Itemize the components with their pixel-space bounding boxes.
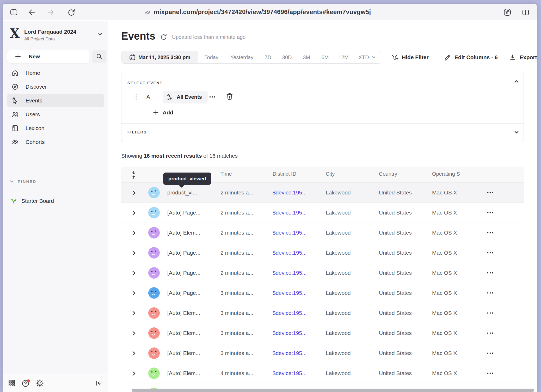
- row-actions-icon[interactable]: [486, 190, 494, 195]
- project-chevron-down-icon[interactable]: [97, 31, 103, 37]
- table-row[interactable]: [Auto] Page... 2 minutes a... $device:19…: [121, 203, 524, 223]
- event-name: [Auto] Elem...: [167, 370, 200, 376]
- expand-row-chevron-icon[interactable]: [132, 250, 136, 256]
- export-button[interactable]: Export: [509, 51, 537, 64]
- distinct-id-link[interactable]: $device:195...: [273, 370, 307, 376]
- sidebar-item-home[interactable]: Home: [7, 66, 104, 79]
- row-actions-icon[interactable]: [486, 290, 494, 296]
- collapse-rows-icon[interactable]: [131, 171, 136, 179]
- table-row[interactable]: [Auto] Elem... 3 minutes a... $device:19…: [121, 343, 524, 363]
- row-actions-icon[interactable]: [486, 270, 494, 275]
- event-country: United States: [379, 290, 412, 296]
- sidebar-item-discover[interactable]: Discover: [7, 80, 104, 93]
- distinct-id-link[interactable]: $device:195...: [273, 250, 307, 256]
- distinct-id-link[interactable]: $device:195...: [273, 290, 307, 296]
- expand-row-chevron-icon[interactable]: [132, 351, 136, 356]
- column-header-time[interactable]: Time: [220, 171, 232, 177]
- distinct-id-link[interactable]: $device:195...: [273, 230, 307, 236]
- delete-event-trash-icon[interactable]: [226, 93, 233, 101]
- sidebar-search-button[interactable]: [92, 50, 106, 63]
- reload-icon[interactable]: [67, 8, 76, 17]
- table-row[interactable]: [Auto] Page... 2 minutes a... $device:19…: [121, 243, 524, 263]
- table-row[interactable]: [Auto] Page... 2 minutes a... $device:19…: [121, 263, 524, 283]
- row-actions-icon[interactable]: [486, 371, 494, 376]
- table-row[interactable]: [Auto] Elem... 4 minutes a... $device:19…: [121, 363, 524, 383]
- expand-row-chevron-icon[interactable]: [132, 210, 136, 216]
- table-row[interactable]: [Auto] Elem... 2 minutes a... $device:19…: [121, 223, 524, 243]
- date-picker-button[interactable]: Mar 11, 2025 3:30 pm: [121, 51, 198, 63]
- distinct-id-link[interactable]: $device:195...: [273, 350, 307, 356]
- table-row[interactable]: [Auto] Elem... 3 minutes a... $device:19…: [121, 323, 524, 343]
- collapse-sidebar-icon[interactable]: [94, 378, 104, 388]
- expand-row-chevron-icon[interactable]: [132, 290, 136, 296]
- event-row-more-icon[interactable]: [208, 94, 216, 100]
- range-6m[interactable]: 6M: [316, 51, 334, 63]
- pinned-section-header[interactable]: PINNED: [9, 179, 36, 184]
- distinct-id-link[interactable]: $device:195...: [273, 330, 307, 336]
- expand-row-chevron-icon[interactable]: [132, 190, 136, 196]
- range-3m[interactable]: 3M: [297, 51, 316, 63]
- range-today[interactable]: Today: [198, 51, 225, 63]
- home-icon: [11, 69, 19, 77]
- row-actions-icon[interactable]: [486, 230, 494, 235]
- column-header-distinct-id[interactable]: Distinct ID: [273, 171, 296, 177]
- sidebar-item-users[interactable]: Users: [7, 108, 104, 121]
- event-selector-pill[interactable]: All Events: [163, 91, 208, 103]
- expand-row-chevron-icon[interactable]: [132, 330, 136, 336]
- toggle-sidebar-icon[interactable]: [9, 8, 18, 17]
- table-row[interactable]: [Auto] Elem... 3 minutes a... $device:19…: [121, 303, 524, 323]
- collapse-section-chevron-up-icon[interactable]: [514, 79, 519, 84]
- distinct-id-link[interactable]: $device:195...: [273, 310, 307, 316]
- row-actions-icon[interactable]: [486, 250, 494, 255]
- add-event-button[interactable]: Add: [153, 109, 173, 116]
- event-country: United States: [379, 350, 412, 356]
- expand-row-chevron-icon[interactable]: [132, 371, 136, 376]
- range-7d[interactable]: 7D: [259, 51, 277, 63]
- range-30d[interactable]: 30D: [277, 51, 297, 63]
- distinct-id-link[interactable]: $device:195...: [273, 189, 307, 196]
- sidebar-item-lexicon[interactable]: Lexicon: [7, 121, 104, 135]
- row-actions-icon[interactable]: [486, 330, 494, 336]
- event-country: United States: [379, 330, 412, 336]
- sidebar-item-cohorts[interactable]: Cohorts: [7, 135, 104, 149]
- split-view-icon[interactable]: [521, 8, 530, 17]
- edit-columns-button[interactable]: Edit Columns · 6: [444, 51, 498, 64]
- range-yesterday[interactable]: Yesterday: [225, 51, 259, 63]
- settings-gear-icon[interactable]: [35, 378, 45, 388]
- browser-toolbar: mixpanel.com/project/3472420/view/397469…: [3, 4, 537, 20]
- forward-icon[interactable]: [46, 8, 55, 17]
- expand-row-chevron-icon[interactable]: [132, 230, 136, 236]
- row-actions-icon[interactable]: [486, 310, 494, 316]
- sidebar-item-starter-board[interactable]: Starter Board: [7, 195, 104, 207]
- expand-row-chevron-icon[interactable]: [132, 270, 136, 276]
- search-icon: [96, 53, 103, 60]
- column-header-country[interactable]: Country: [379, 171, 397, 177]
- drag-handle-icon[interactable]: [134, 93, 138, 101]
- distinct-id-link[interactable]: $device:195...: [273, 270, 307, 276]
- url-bar[interactable]: mixpanel.com/project/3472420/view/397469…: [143, 4, 371, 20]
- distinct-id-link[interactable]: $device:195...: [273, 210, 307, 216]
- hide-filter-button[interactable]: Hide Filter: [391, 51, 429, 64]
- back-icon[interactable]: [27, 8, 36, 17]
- card-divider: [121, 123, 524, 124]
- range-xtd[interactable]: XTD: [353, 51, 381, 63]
- plus-icon: [15, 53, 21, 60]
- browser-settings-icon[interactable]: [503, 8, 512, 17]
- event-city: Lakewood: [326, 210, 351, 216]
- table-row[interactable]: [Auto] Page... 3 minutes a... $device:19…: [121, 283, 524, 303]
- column-header-city[interactable]: City: [326, 171, 335, 177]
- sidebar-item-events[interactable]: Events: [7, 94, 104, 107]
- horizontal-scrollbar[interactable]: [132, 389, 534, 392]
- row-actions-icon[interactable]: [486, 351, 494, 356]
- refresh-icon[interactable]: [160, 33, 167, 40]
- project-name[interactable]: Lord Farquaad 2024: [24, 29, 76, 35]
- new-button[interactable]: New: [7, 50, 89, 63]
- expand-filters-chevron-down-icon[interactable]: [514, 129, 519, 135]
- event-time: 3 minutes a...: [220, 350, 253, 356]
- row-actions-icon[interactable]: [486, 210, 494, 215]
- apps-grid-icon[interactable]: [7, 378, 17, 388]
- help-icon[interactable]: [21, 378, 31, 388]
- range-12m[interactable]: 12M: [334, 51, 353, 63]
- expand-row-chevron-icon[interactable]: [132, 310, 136, 316]
- column-header-os[interactable]: Operating S: [432, 171, 460, 177]
